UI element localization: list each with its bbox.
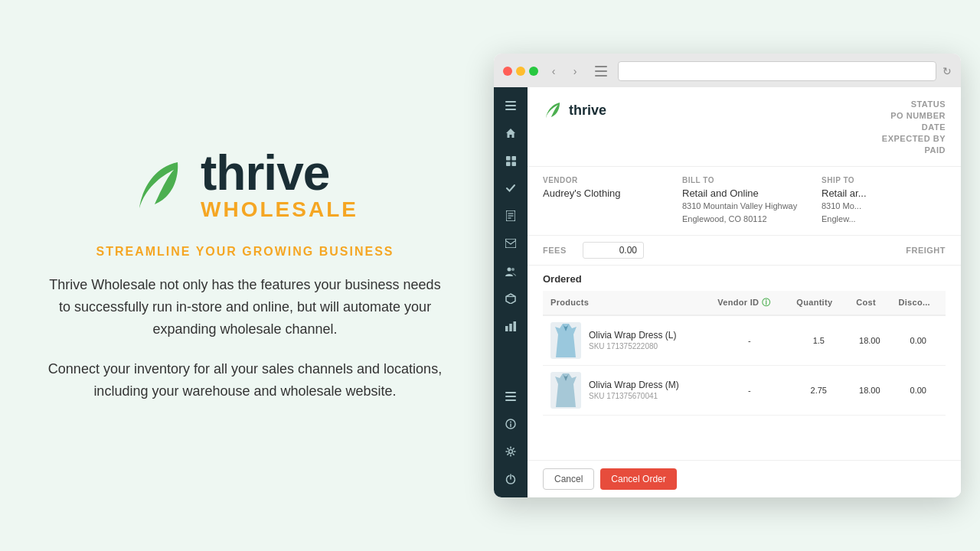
sidebar-icon-info[interactable]	[497, 412, 524, 436]
ship-to-label: SHIP TO	[822, 176, 946, 184]
product-sku-1: SKU 171375222080	[589, 342, 702, 350]
app-logo-text: thrive	[569, 103, 606, 119]
svg-point-26	[510, 422, 511, 423]
expected-by-row: EXPECTED BY	[882, 134, 946, 143]
product-details-2: Olivia Wrap Dress (M) SKU 171375670041	[589, 380, 702, 400]
products-section: Ordered Products Vendor ID ⓘ Quantity Co…	[528, 266, 961, 460]
sidebar-icon-chart[interactable]	[497, 314, 524, 338]
sidebar-icon-grid[interactable]	[497, 148, 524, 173]
status-label: STATUS	[911, 99, 946, 109]
sidebar-icon-mail[interactable]	[497, 231, 524, 256]
app-main: thrive STATUS PO NUMBER DATE EX	[528, 87, 961, 497]
cost-cell-1: 18.00	[848, 315, 890, 366]
svg-rect-2	[595, 75, 607, 77]
leaf-icon	[132, 155, 193, 216]
expected-by-label: EXPECTED BY	[882, 134, 946, 143]
product-image-2	[550, 372, 581, 409]
fees-label: FEES	[543, 246, 573, 255]
left-panel: thrive WHOLESALE STREAMLINE YOUR GROWING…	[0, 0, 490, 551]
svg-rect-19	[505, 326, 508, 331]
tagline: STREAMLINE YOUR GROWING BUSINESS	[96, 245, 394, 259]
logo-text: thrive WHOLESALE	[201, 148, 358, 222]
product-details-1: Olivia Wrap Dress (L) SKU 171375222080	[589, 330, 702, 350]
vendor-label: VENDOR	[543, 176, 667, 184]
order-header: thrive STATUS PO NUMBER DATE EX	[528, 87, 961, 167]
description1: Thrive Wholesale not only has the featur…	[46, 274, 444, 340]
order-meta: STATUS PO NUMBER DATE EXPECTED BY PAID	[882, 99, 946, 157]
bill-to-label: BILL TO	[682, 176, 806, 184]
svg-rect-24	[505, 399, 516, 401]
app-content: thrive STATUS PO NUMBER DATE EX	[494, 87, 961, 497]
svg-point-16	[511, 268, 514, 271]
address-bar[interactable]	[618, 61, 936, 81]
browser-nav: ‹ ›	[544, 62, 584, 80]
sidebar-icon-people[interactable]	[497, 259, 524, 283]
paid-label: PAID	[925, 145, 946, 155]
date-label: DATE	[922, 122, 946, 132]
sidebar-icon-box[interactable]	[497, 286, 524, 311]
thrive-leaf-icon	[543, 99, 564, 121]
fees-input[interactable]	[583, 242, 644, 259]
right-panel: ‹ › ↻	[490, 0, 980, 551]
logo-wholesale: WHOLESALE	[201, 197, 358, 222]
sidebar-toggle[interactable]	[590, 63, 612, 80]
products-table: Products Vendor ID ⓘ Quantity Cost Disco…	[543, 291, 946, 416]
ship-to-address2: Englew...	[822, 214, 946, 225]
product-image-1	[550, 322, 581, 359]
table-row: Olivia Wrap Dress (M) SKU 171375670041 -…	[543, 365, 946, 415]
dress-image-2	[554, 373, 578, 407]
freight-label: FREIGHT	[906, 246, 946, 255]
svg-rect-8	[506, 161, 511, 166]
vendor-block: VENDOR Audrey's Clothing	[543, 176, 667, 226]
dress-image-1	[554, 324, 578, 357]
dot-close[interactable]	[503, 67, 512, 76]
order-logo: thrive	[543, 99, 606, 121]
back-button[interactable]: ‹	[544, 62, 563, 80]
sidebar-icon-settings[interactable]	[497, 439, 524, 464]
svg-rect-6	[506, 156, 511, 161]
logo-container: thrive WHOLESALE	[132, 148, 358, 222]
vendor-id-info-icon[interactable]: ⓘ	[762, 298, 770, 307]
svg-rect-21	[514, 321, 517, 331]
dot-minimize[interactable]	[516, 67, 525, 76]
product-info-1: Olivia Wrap Dress (L) SKU 171375222080	[550, 322, 702, 359]
product-cell-1: Olivia Wrap Dress (L) SKU 171375222080	[543, 315, 710, 366]
refresh-button[interactable]: ↻	[942, 65, 952, 77]
footer-actions: Cancel Cancel Order	[528, 460, 961, 497]
browser-chrome: ‹ › ↻	[494, 54, 961, 87]
col-quantity: Quantity	[789, 291, 848, 315]
cost-cell-2: 18.00	[848, 365, 890, 415]
svg-rect-9	[511, 161, 516, 166]
svg-marker-17	[506, 294, 515, 304]
product-info-2: Olivia Wrap Dress (M) SKU 171375670041	[550, 372, 702, 409]
fees-row: FEES FREIGHT	[528, 236, 961, 266]
bill-to-name: Retail and Online	[682, 187, 806, 199]
svg-rect-5	[505, 109, 516, 110]
browser-dots	[503, 67, 538, 76]
col-cost: Cost	[848, 291, 890, 315]
discount-cell-1: 0.00	[890, 315, 946, 366]
forward-button[interactable]: ›	[566, 62, 584, 80]
sidebar-icon-home[interactable]	[497, 121, 524, 145]
paid-row: PAID	[882, 145, 946, 155]
svg-point-15	[508, 267, 511, 271]
ordered-section-title: Ordered	[543, 273, 946, 285]
sidebar-icon-power[interactable]	[497, 467, 524, 491]
ship-to-block: SHIP TO Retail ar... 8310 Mo... Englew..…	[822, 176, 946, 226]
product-name-2: Olivia Wrap Dress (M)	[589, 380, 702, 390]
dot-maximize[interactable]	[529, 67, 538, 76]
po-number-label: PO NUMBER	[890, 111, 946, 120]
vendor-id-cell-1: -	[710, 315, 789, 366]
svg-point-28	[509, 450, 513, 454]
cancel-button[interactable]: Cancel	[543, 468, 594, 490]
cancel-order-button[interactable]: Cancel Order	[600, 468, 676, 490]
sidebar-icon-check[interactable]	[497, 176, 524, 201]
date-row: DATE	[882, 122, 946, 132]
bill-to-address1: 8310 Mountain Valley Highway	[682, 201, 806, 212]
sidebar-icon-doc[interactable]	[497, 204, 524, 228]
ship-to-name: Retail ar...	[822, 187, 946, 199]
sidebar-icon-list[interactable]	[497, 384, 524, 409]
product-name-1: Olivia Wrap Dress (L)	[589, 330, 702, 341]
bill-to-address2: Englewood, CO 80112	[682, 214, 806, 225]
sidebar-icon-menu[interactable]	[497, 93, 524, 118]
